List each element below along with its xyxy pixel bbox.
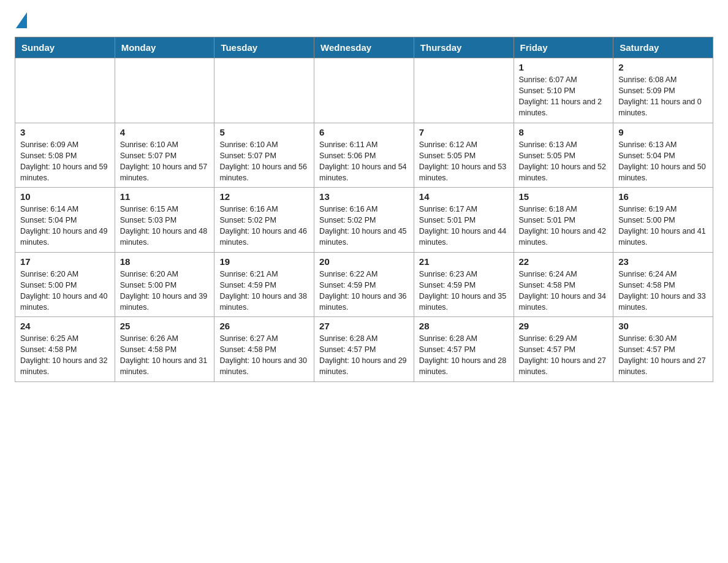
logo xyxy=(15,12,27,27)
day-number: 18 xyxy=(120,256,210,267)
day-of-week-header: Saturday xyxy=(613,37,713,58)
day-info: Sunrise: 6:12 AMSunset: 5:05 PMDaylight:… xyxy=(419,139,509,184)
day-info: Sunrise: 6:26 AMSunset: 4:58 PMDaylight:… xyxy=(120,333,210,378)
day-number: 27 xyxy=(319,321,409,331)
day-info: Sunrise: 6:18 AMSunset: 5:01 PMDaylight:… xyxy=(519,204,609,248)
day-number: 7 xyxy=(419,127,509,137)
calendar-cell: 12Sunrise: 6:16 AMSunset: 5:02 PMDayligh… xyxy=(214,188,314,253)
day-info: Sunrise: 6:09 AMSunset: 5:08 PMDaylight:… xyxy=(20,139,110,184)
day-info: Sunrise: 6:14 AMSunset: 5:04 PMDaylight:… xyxy=(20,204,110,248)
calendar-cell xyxy=(15,58,115,123)
calendar-cell: 15Sunrise: 6:18 AMSunset: 5:01 PMDayligh… xyxy=(514,188,613,253)
day-info: Sunrise: 6:22 AMSunset: 4:59 PMDaylight:… xyxy=(319,269,409,313)
calendar-cell: 1Sunrise: 6:07 AMSunset: 5:10 PMDaylight… xyxy=(514,58,613,123)
day-info: Sunrise: 6:13 AMSunset: 5:04 PMDaylight:… xyxy=(618,139,708,184)
page-header xyxy=(15,12,713,27)
calendar-cell: 17Sunrise: 6:20 AMSunset: 5:00 PMDayligh… xyxy=(15,252,115,317)
day-number: 10 xyxy=(20,191,110,202)
day-number: 21 xyxy=(419,256,509,267)
day-number: 12 xyxy=(219,191,309,202)
day-of-week-header: Friday xyxy=(514,37,613,58)
day-number: 4 xyxy=(120,127,210,137)
day-number: 2 xyxy=(618,62,708,72)
day-info: Sunrise: 6:16 AMSunset: 5:02 PMDaylight:… xyxy=(219,204,309,248)
day-info: Sunrise: 6:29 AMSunset: 4:57 PMDaylight:… xyxy=(519,333,609,378)
calendar-cell: 9Sunrise: 6:13 AMSunset: 5:04 PMDaylight… xyxy=(613,123,713,188)
day-of-week-header: Monday xyxy=(115,37,214,58)
day-info: Sunrise: 6:25 AMSunset: 4:58 PMDaylight:… xyxy=(20,333,110,378)
day-number: 11 xyxy=(120,191,210,202)
day-number: 14 xyxy=(419,191,509,202)
calendar-cell: 24Sunrise: 6:25 AMSunset: 4:58 PMDayligh… xyxy=(15,317,115,382)
day-number: 20 xyxy=(319,256,409,267)
day-number: 1 xyxy=(519,62,609,72)
calendar-cell: 2Sunrise: 6:08 AMSunset: 5:09 PMDaylight… xyxy=(613,58,713,123)
calendar-cell: 25Sunrise: 6:26 AMSunset: 4:58 PMDayligh… xyxy=(115,317,214,382)
day-info: Sunrise: 6:08 AMSunset: 5:09 PMDaylight:… xyxy=(618,74,708,119)
day-info: Sunrise: 6:23 AMSunset: 4:59 PMDaylight:… xyxy=(419,269,509,313)
calendar-cell xyxy=(214,58,314,123)
calendar-table: SundayMondayTuesdayWednesdayThursdayFrid… xyxy=(15,37,713,382)
calendar-header-row: SundayMondayTuesdayWednesdayThursdayFrid… xyxy=(15,37,713,58)
day-info: Sunrise: 6:28 AMSunset: 4:57 PMDaylight:… xyxy=(319,333,409,378)
logo-triangle-icon xyxy=(16,12,27,28)
calendar-week-row: 1Sunrise: 6:07 AMSunset: 5:10 PMDaylight… xyxy=(15,58,713,123)
day-info: Sunrise: 6:15 AMSunset: 5:03 PMDaylight:… xyxy=(120,204,210,248)
calendar-week-row: 10Sunrise: 6:14 AMSunset: 5:04 PMDayligh… xyxy=(15,188,713,253)
calendar-cell: 21Sunrise: 6:23 AMSunset: 4:59 PMDayligh… xyxy=(414,252,514,317)
calendar-cell: 13Sunrise: 6:16 AMSunset: 5:02 PMDayligh… xyxy=(314,188,414,253)
day-info: Sunrise: 6:24 AMSunset: 4:58 PMDaylight:… xyxy=(519,269,609,313)
day-info: Sunrise: 6:20 AMSunset: 5:00 PMDaylight:… xyxy=(20,269,110,313)
calendar-week-row: 24Sunrise: 6:25 AMSunset: 4:58 PMDayligh… xyxy=(15,317,713,382)
calendar-cell: 8Sunrise: 6:13 AMSunset: 5:05 PMDaylight… xyxy=(514,123,613,188)
day-number: 17 xyxy=(20,256,110,267)
day-info: Sunrise: 6:21 AMSunset: 4:59 PMDaylight:… xyxy=(219,269,309,313)
calendar-cell: 5Sunrise: 6:10 AMSunset: 5:07 PMDaylight… xyxy=(214,123,314,188)
day-of-week-header: Tuesday xyxy=(214,37,314,58)
day-number: 13 xyxy=(319,191,409,202)
day-of-week-header: Thursday xyxy=(414,37,514,58)
day-number: 28 xyxy=(419,321,509,331)
calendar-cell: 28Sunrise: 6:28 AMSunset: 4:57 PMDayligh… xyxy=(414,317,514,382)
day-info: Sunrise: 6:10 AMSunset: 5:07 PMDaylight:… xyxy=(219,139,309,184)
calendar-week-row: 17Sunrise: 6:20 AMSunset: 5:00 PMDayligh… xyxy=(15,252,713,317)
day-number: 23 xyxy=(618,256,708,267)
calendar-cell: 10Sunrise: 6:14 AMSunset: 5:04 PMDayligh… xyxy=(15,188,115,253)
day-number: 22 xyxy=(519,256,609,267)
day-number: 25 xyxy=(120,321,210,331)
day-info: Sunrise: 6:11 AMSunset: 5:06 PMDaylight:… xyxy=(319,139,409,184)
calendar-cell: 14Sunrise: 6:17 AMSunset: 5:01 PMDayligh… xyxy=(414,188,514,253)
day-info: Sunrise: 6:13 AMSunset: 5:05 PMDaylight:… xyxy=(519,139,609,184)
calendar-cell: 22Sunrise: 6:24 AMSunset: 4:58 PMDayligh… xyxy=(514,252,613,317)
day-number: 3 xyxy=(20,127,110,137)
day-of-week-header: Sunday xyxy=(15,37,115,58)
day-info: Sunrise: 6:19 AMSunset: 5:00 PMDaylight:… xyxy=(618,204,708,248)
calendar-cell: 7Sunrise: 6:12 AMSunset: 5:05 PMDaylight… xyxy=(414,123,514,188)
calendar-cell: 16Sunrise: 6:19 AMSunset: 5:00 PMDayligh… xyxy=(613,188,713,253)
day-number: 19 xyxy=(219,256,309,267)
day-number: 24 xyxy=(20,321,110,331)
day-number: 29 xyxy=(519,321,609,331)
day-number: 6 xyxy=(319,127,409,137)
calendar-cell: 11Sunrise: 6:15 AMSunset: 5:03 PMDayligh… xyxy=(115,188,214,253)
day-number: 15 xyxy=(519,191,609,202)
calendar-cell: 4Sunrise: 6:10 AMSunset: 5:07 PMDaylight… xyxy=(115,123,214,188)
day-number: 30 xyxy=(618,321,708,331)
calendar-cell xyxy=(414,58,514,123)
day-number: 5 xyxy=(219,127,309,137)
day-info: Sunrise: 6:28 AMSunset: 4:57 PMDaylight:… xyxy=(419,333,509,378)
day-of-week-header: Wednesday xyxy=(314,37,414,58)
day-number: 8 xyxy=(519,127,609,137)
day-info: Sunrise: 6:07 AMSunset: 5:10 PMDaylight:… xyxy=(519,74,609,119)
day-number: 26 xyxy=(219,321,309,331)
day-info: Sunrise: 6:16 AMSunset: 5:02 PMDaylight:… xyxy=(319,204,409,248)
calendar-cell: 29Sunrise: 6:29 AMSunset: 4:57 PMDayligh… xyxy=(514,317,613,382)
day-info: Sunrise: 6:17 AMSunset: 5:01 PMDaylight:… xyxy=(419,204,509,248)
calendar-cell xyxy=(115,58,214,123)
calendar-cell: 19Sunrise: 6:21 AMSunset: 4:59 PMDayligh… xyxy=(214,252,314,317)
calendar-cell: 30Sunrise: 6:30 AMSunset: 4:57 PMDayligh… xyxy=(613,317,713,382)
day-info: Sunrise: 6:27 AMSunset: 4:58 PMDaylight:… xyxy=(219,333,309,378)
calendar-cell: 26Sunrise: 6:27 AMSunset: 4:58 PMDayligh… xyxy=(214,317,314,382)
day-info: Sunrise: 6:24 AMSunset: 4:58 PMDaylight:… xyxy=(618,269,708,313)
calendar-cell: 27Sunrise: 6:28 AMSunset: 4:57 PMDayligh… xyxy=(314,317,414,382)
